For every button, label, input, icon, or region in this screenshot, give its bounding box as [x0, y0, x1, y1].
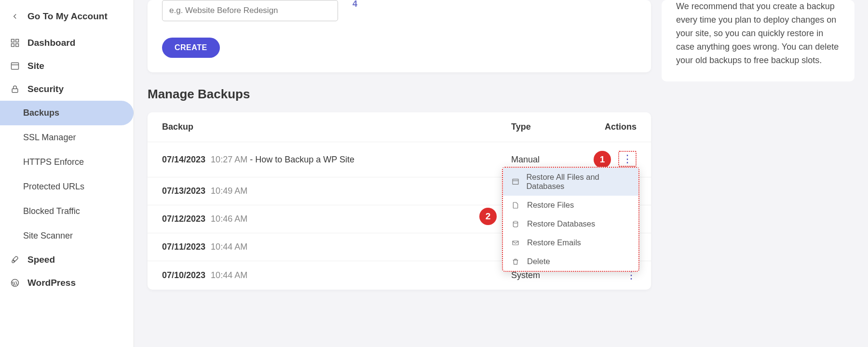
rocket-icon — [10, 254, 20, 265]
table-header: Backup Type Actions — [148, 112, 651, 142]
sidebar-item-label: WordPress — [27, 278, 76, 288]
row-actions-menu: Restore All Files and Databases Restore … — [502, 167, 639, 272]
go-to-my-account-link[interactable]: Go To My Account — [0, 5, 134, 31]
svg-rect-0 — [12, 40, 14, 42]
annotation-badge-2: 2 — [479, 208, 497, 225]
sidebar-item-site[interactable]: Site — [0, 54, 134, 78]
sidebar-sub-protected-urls[interactable]: Protected URLs — [0, 174, 134, 199]
info-card: We recommend that you create a backup ev… — [662, 0, 854, 81]
sidebar-sub-ssl-manager[interactable]: SSL Manager — [0, 125, 134, 150]
svg-rect-1 — [16, 40, 19, 42]
sidebar-sub-label: HTTPS Enforce — [23, 157, 84, 167]
backup-time: 10:44 AM — [211, 242, 247, 252]
sidebar-item-label: Security — [27, 84, 64, 94]
sidebar-item-wordpress[interactable]: WordPress — [0, 271, 134, 294]
menu-label: Restore All Files and Databases — [526, 173, 630, 191]
backup-time: 10:49 AM — [211, 186, 247, 196]
sidebar-item-speed[interactable]: Speed — [0, 248, 134, 271]
email-icon — [512, 239, 520, 247]
sidebar-sub-label: Site Scanner — [23, 231, 73, 241]
trash-icon — [512, 258, 520, 266]
backup-time: 10:44 AM — [211, 270, 247, 280]
backup-desc: How to Backup a WP Site — [255, 155, 354, 164]
create-button[interactable]: CREATE — [162, 38, 220, 58]
backup-date: 07/14/2023 — [162, 155, 205, 164]
svg-rect-3 — [16, 44, 19, 47]
create-backup-card: 4 CREATE — [148, 0, 651, 72]
backup-date: 07/12/2023 — [162, 214, 205, 224]
svg-rect-4 — [12, 63, 19, 69]
backup-date: 07/13/2023 — [162, 186, 205, 196]
file-icon — [512, 201, 520, 209]
sidebar-sub-backups[interactable]: Backups — [0, 101, 134, 125]
sidebar-item-dashboard[interactable]: Dashboard — [0, 31, 134, 54]
sidebar-item-label: Speed — [27, 254, 55, 265]
wordpress-icon — [10, 278, 20, 288]
go-to-my-account-label: Go To My Account — [27, 11, 108, 22]
menu-restore-files[interactable]: Restore Files — [503, 196, 638, 214]
backup-type: System — [511, 270, 588, 280]
menu-delete[interactable]: Delete — [503, 252, 638, 271]
backup-time: 10:46 AM — [211, 214, 247, 224]
sidebar-item-label: Site — [27, 61, 44, 71]
backup-type: Manual — [511, 155, 588, 165]
backup-count: 4 — [353, 0, 357, 9]
sidebar-sub-label: Backups — [23, 108, 59, 118]
database-icon — [512, 220, 520, 228]
col-header-type: Type — [511, 122, 588, 132]
lock-icon — [10, 84, 20, 94]
annotation-badge-1: 1 — [594, 151, 611, 168]
menu-label: Delete — [527, 257, 550, 266]
sidebar-sub-label: SSL Manager — [23, 133, 76, 143]
menu-label: Restore Files — [527, 200, 574, 210]
menu-label: Restore Databases — [527, 219, 595, 228]
dashboard-icon — [10, 38, 20, 48]
sidebar-sub-https-enforce[interactable]: HTTPS Enforce — [0, 150, 134, 174]
main-content: 4 CREATE Manage Backups Backup Type Acti… — [134, 0, 868, 347]
svg-rect-2 — [12, 44, 14, 47]
site-icon — [10, 61, 20, 71]
menu-label: Restore Emails — [527, 238, 581, 247]
row-actions-kebab[interactable]: ⋮ — [618, 151, 637, 167]
backup-date: 07/11/2023 — [162, 242, 205, 252]
sidebar-sub-label: Protected URLs — [23, 182, 84, 192]
svg-rect-5 — [12, 89, 18, 93]
sidebar-sub-blocked-traffic[interactable]: Blocked Traffic — [0, 199, 134, 224]
menu-restore-emails[interactable]: Restore Emails — [503, 233, 638, 252]
info-text: We recommend that you create a backup ev… — [676, 0, 840, 67]
backups-table: Backup Type Actions 07/14/2023 10:27 AM … — [148, 112, 651, 290]
manage-backups-title: Manage Backups — [148, 87, 651, 102]
backup-date: 07/10/2023 — [162, 270, 205, 280]
sidebar: Go To My Account Dashboard Site Security… — [0, 0, 134, 347]
restore-all-icon — [512, 178, 519, 186]
sidebar-item-security[interactable]: Security — [0, 78, 134, 101]
svg-point-8 — [513, 221, 517, 223]
menu-restore-databases[interactable]: Restore Databases — [503, 214, 638, 233]
col-header-actions: Actions — [588, 122, 637, 132]
sidebar-sub-label: Blocked Traffic — [23, 206, 80, 216]
menu-restore-all[interactable]: Restore All Files and Databases — [503, 168, 638, 196]
backup-sep: - — [250, 155, 255, 164]
backup-time: 10:27 AM — [211, 155, 247, 164]
sidebar-item-label: Dashboard — [27, 38, 75, 48]
svg-rect-7 — [513, 179, 518, 185]
col-header-backup: Backup — [162, 122, 511, 132]
arrow-left-icon — [10, 11, 20, 22]
backup-name-input[interactable] — [162, 0, 338, 21]
sidebar-sub-site-scanner[interactable]: Site Scanner — [0, 224, 134, 248]
